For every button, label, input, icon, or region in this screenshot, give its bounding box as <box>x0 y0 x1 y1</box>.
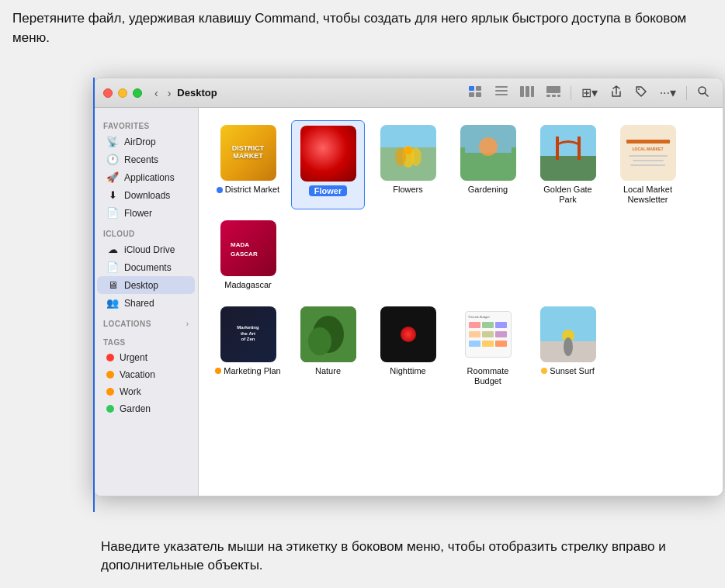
sidebar-item-documents[interactable]: 📄 Documents <box>97 258 195 276</box>
svg-rect-7 <box>520 86 524 97</box>
sidebar-label-work: Work <box>120 386 141 397</box>
file-name-newsletter: Local Market Newsletter <box>614 185 682 205</box>
share-button[interactable] <box>606 83 626 103</box>
recents-icon: 🕐 <box>106 154 119 165</box>
file-name-flowers: Flowers <box>393 185 423 195</box>
view-list-button[interactable] <box>491 84 512 102</box>
svg-rect-26 <box>556 137 559 160</box>
annotation-bottom: Наведите указатель мыши на этикетку в бо… <box>0 527 725 588</box>
file-name-row-madagascar: Madagascar <box>224 280 272 290</box>
close-button[interactable] <box>103 88 113 98</box>
file-item-sunset[interactable]: Sunset Surf <box>531 302 605 391</box>
title-bar-center: ‹ › Desktop <box>142 85 465 101</box>
sidebar-label-vacation: Vacation <box>120 369 155 380</box>
sidebar-label-applications: Applications <box>124 172 175 183</box>
file-item-gardening[interactable]: Gardening <box>451 120 525 209</box>
sidebar-item-icloud-drive[interactable]: ☁ iCloud Drive <box>97 240 195 258</box>
file-name-marketing: Marketing Plan <box>224 366 280 376</box>
svg-rect-13 <box>557 95 560 97</box>
sidebar-item-shared[interactable]: 👥 Shared <box>97 294 195 312</box>
district-market-dot <box>217 187 223 193</box>
svg-rect-0 <box>469 86 474 91</box>
view-columns-button[interactable] <box>516 84 538 102</box>
file-item-newsletter[interactable]: LOCAL MARKET Local Market Newsletter <box>611 120 685 209</box>
airdrop-icon: 📡 <box>106 136 119 147</box>
icloud-drive-icon: ☁ <box>106 244 119 255</box>
downloads-icon: ⬇ <box>106 189 119 201</box>
sidebar-label-shared: Shared <box>124 298 154 309</box>
svg-rect-27 <box>578 137 581 160</box>
path-title: Desktop <box>177 87 217 99</box>
file-name-nighttime: Nighttime <box>390 366 425 376</box>
file-item-nature[interactable]: Nature <box>291 302 365 391</box>
icloud-section-label: iCloud <box>94 222 198 240</box>
file-name-row-golden-gate: Golden Gate Park <box>534 185 602 205</box>
svg-rect-8 <box>526 86 529 97</box>
file-thumb-sunset <box>540 306 596 362</box>
view-grid-button[interactable] <box>465 84 487 102</box>
file-item-nighttime[interactable]: Nighttime <box>371 302 445 391</box>
file-thumb-flower <box>300 126 356 182</box>
file-item-flower-selected[interactable]: Flower <box>291 120 365 209</box>
file-item-flowers[interactable]: Flowers <box>371 120 445 209</box>
search-button[interactable] <box>693 83 713 103</box>
file-name-row-newsletter: Local Market Newsletter <box>614 185 682 205</box>
svg-text:GASCAR: GASCAR <box>231 251 258 258</box>
annotation-top: Перетяните файл, удерживая клавишу Comma… <box>0 0 725 55</box>
file-item-madagascar[interactable]: MADA GASCAR Madagascar <box>211 216 285 295</box>
file-item-roommate[interactable]: Friends Budget <box>451 302 525 391</box>
file-name-roommate: Roommate Budget <box>454 366 522 386</box>
sidebar-item-flower[interactable]: 📄 Flower <box>97 204 195 222</box>
svg-rect-22 <box>465 153 512 176</box>
sidebar-item-vacation[interactable]: Vacation <box>97 366 195 383</box>
file-thumb-madagascar: MADA GASCAR <box>220 220 276 276</box>
forward-button[interactable]: › <box>165 85 175 101</box>
sidebar-item-desktop[interactable]: 🖥 Desktop <box>97 276 195 294</box>
svg-point-14 <box>638 88 640 90</box>
sidebar-item-urgent[interactable]: Urgent <box>97 349 195 366</box>
shared-icon: 👥 <box>106 297 119 309</box>
sidebar-item-recents[interactable]: 🕐 Recents <box>97 150 195 168</box>
svg-point-18 <box>395 147 406 166</box>
svg-point-23 <box>479 137 498 156</box>
documents-icon: 📄 <box>106 261 119 273</box>
svg-rect-3 <box>476 92 481 97</box>
toolbar-divider-1 <box>571 86 571 100</box>
sidebar-item-downloads[interactable]: ⬇ Downloads <box>97 186 195 204</box>
svg-rect-11 <box>546 95 550 97</box>
file-item-marketing[interactable]: Marketingthe Artof Zen Marketing Plan <box>211 302 285 391</box>
svg-rect-6 <box>495 94 508 95</box>
group-button[interactable]: ⊞▾ <box>578 83 602 102</box>
main-content: Favorites 📡 AirDrop 🕐 Recents 🚀 Applicat… <box>94 108 723 496</box>
toolbar-divider-2 <box>686 86 687 100</box>
view-gallery-button[interactable] <box>543 84 564 102</box>
file-thumb-marketing: Marketingthe Artof Zen <box>220 306 276 362</box>
back-button[interactable]: ‹ <box>151 85 161 101</box>
file-thumb-newsletter: LOCAL MARKET <box>620 125 676 181</box>
sidebar-item-work[interactable]: Work <box>97 383 195 400</box>
file-thumb-district-market: DISTRICTMARKET <box>220 125 276 181</box>
file-name-nature: Nature <box>315 366 341 376</box>
more-button[interactable]: ···▾ <box>656 83 680 102</box>
file-name-golden-gate: Golden Gate Park <box>534 185 602 205</box>
sidebar-item-airdrop[interactable]: 📡 AirDrop <box>97 133 195 150</box>
urgent-tag-dot <box>106 354 114 361</box>
minimize-button[interactable] <box>118 88 127 98</box>
file-row-2: Marketingthe Artof Zen Marketing Plan <box>211 302 710 391</box>
file-name-row-flower: Flower <box>309 185 347 196</box>
maximize-button[interactable] <box>133 88 142 98</box>
sidebar-item-applications[interactable]: 🚀 Applications <box>97 168 195 186</box>
file-name-sunset: Sunset Surf <box>550 366 594 376</box>
garden-tag-dot <box>106 405 114 413</box>
svg-rect-12 <box>552 95 556 97</box>
file-item-district-market[interactable]: DISTRICTMARKET District Market <box>211 120 285 209</box>
svg-rect-1 <box>476 86 481 91</box>
finder-window: ‹ › Desktop <box>93 78 723 496</box>
toolbar-right: ⊞▾ ···▾ <box>465 83 713 103</box>
file-item-golden-gate[interactable]: Golden Gate Park <box>531 120 605 209</box>
tag-button[interactable] <box>631 83 651 103</box>
locations-section-row[interactable]: Locations › <box>94 312 198 330</box>
file-thumb-flowers <box>380 125 436 181</box>
sidebar-label-garden: Garden <box>120 403 151 414</box>
sidebar-item-garden[interactable]: Garden <box>97 400 195 417</box>
